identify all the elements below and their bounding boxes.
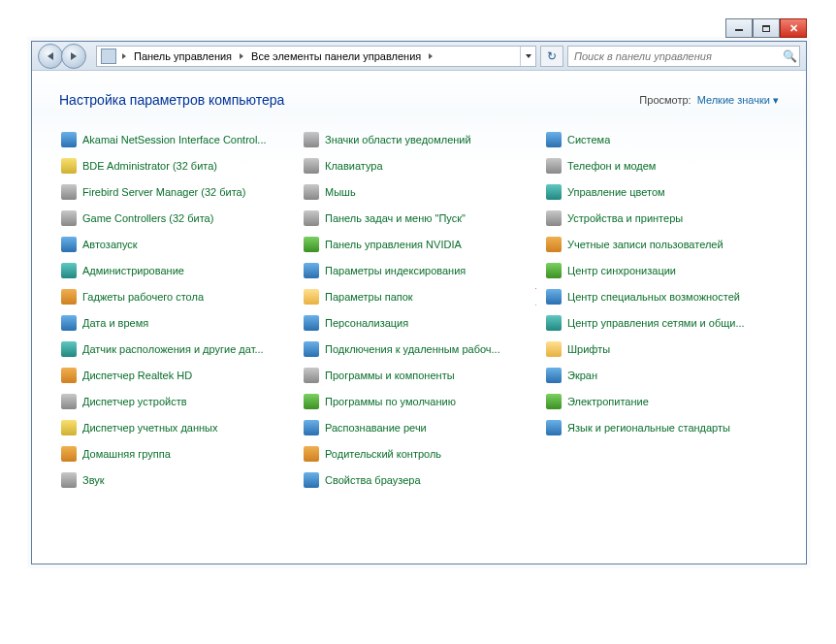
- control-panel-item[interactable]: Диспетчер учетных данных: [59, 419, 294, 436]
- item-icon: [304, 315, 319, 331]
- control-panel-item[interactable]: Game Controllers (32 бита): [59, 209, 294, 227]
- control-panel-item[interactable]: Администрирование: [59, 262, 294, 279]
- control-panel-item[interactable]: Система: [544, 131, 779, 148]
- item-label: Родительский контроль: [325, 448, 441, 460]
- item-label: Клавиатура: [325, 160, 383, 172]
- item-icon: [546, 132, 562, 147]
- maximize-button[interactable]: [753, 18, 780, 38]
- control-panel-item[interactable]: Свойства браузера: [302, 471, 536, 489]
- control-panel-item[interactable]: Гаджеты рабочего стола: [59, 288, 294, 306]
- control-panel-item[interactable]: Программы по умолчанию: [302, 393, 536, 410]
- control-panel-item[interactable]: Распознавание речи: [302, 419, 536, 436]
- item-icon: [546, 158, 562, 174]
- control-panel-item[interactable]: Панель управления NVIDIA: [302, 236, 536, 253]
- item-icon: [304, 158, 319, 174]
- item-label: Центр управления сетями и общи...: [567, 317, 745, 329]
- search-icon[interactable]: 🔍: [780, 47, 799, 66]
- item-icon: [304, 420, 319, 435]
- search-input[interactable]: [568, 47, 780, 66]
- item-label: Автозапуск: [82, 239, 138, 250]
- control-panel-item[interactable]: Шрифты: [544, 340, 779, 358]
- control-panel-item[interactable]: Звук: [59, 471, 294, 489]
- item-label: Панель задач и меню "Пуск": [325, 212, 466, 224]
- control-panel-window: ✕ Панель управления Все элементы панели …: [31, 41, 807, 564]
- control-panel-item[interactable]: Дата и время: [59, 314, 294, 332]
- control-panel-item[interactable]: Firebird Server Manager (32 бита): [59, 183, 294, 201]
- item-label: Диспетчер устройств: [82, 396, 187, 407]
- control-panel-item[interactable]: Клавиатура: [302, 157, 536, 175]
- control-panel-item[interactable]: Автозапуск: [59, 236, 294, 253]
- refresh-button[interactable]: ↻: [540, 46, 563, 67]
- item-icon: [304, 132, 319, 147]
- control-panel-item[interactable]: BDE Administrator (32 бита): [59, 157, 294, 175]
- control-panel-item[interactable]: Значки области уведомлений: [302, 131, 536, 148]
- item-icon: [61, 263, 77, 278]
- caret-down-icon: ▾: [773, 94, 779, 106]
- view-label: Просмотр:: [639, 94, 691, 106]
- control-panel-item[interactable]: Центр специальных возможностей: [544, 288, 779, 306]
- control-panel-item[interactable]: Подключения к удаленным рабоч...: [302, 340, 536, 358]
- control-panel-item[interactable]: Центр управления сетями и общи...: [544, 314, 779, 332]
- control-panel-item[interactable]: Программы и компоненты: [302, 367, 536, 384]
- item-label: BDE Administrator (32 бита): [82, 160, 217, 172]
- item-label: Распознавание речи: [325, 422, 427, 434]
- item-icon: [304, 341, 319, 357]
- nav-buttons: [32, 44, 92, 69]
- breadcrumb-level-1[interactable]: Панель управления: [128, 47, 238, 66]
- item-label: Шрифты: [567, 343, 610, 355]
- item-icon: [61, 315, 77, 331]
- item-label: Центр синхронизации: [567, 265, 676, 276]
- item-icon: [61, 420, 77, 435]
- item-icon: [61, 184, 77, 200]
- control-panel-item[interactable]: Персонализация: [302, 314, 536, 332]
- forward-button[interactable]: [61, 44, 86, 69]
- control-panel-item[interactable]: Язык и региональные стандарты: [544, 419, 779, 436]
- item-icon: [546, 315, 562, 331]
- back-button[interactable]: [38, 44, 63, 69]
- control-panel-item[interactable]: Родительский контроль: [302, 445, 536, 463]
- item-icon: [304, 263, 319, 278]
- control-panel-item[interactable]: Датчик расположения и другие дат...: [59, 340, 294, 358]
- item-icon: [304, 184, 319, 200]
- control-panel-item[interactable]: Электропитание: [544, 393, 779, 410]
- address-dropdown[interactable]: [520, 47, 535, 66]
- control-panel-item[interactable]: Панель задач и меню "Пуск": [302, 209, 536, 227]
- control-panel-item[interactable]: Akamai NetSession Interface Control...: [59, 131, 294, 148]
- item-icon: [304, 472, 319, 488]
- item-icon: [61, 132, 77, 147]
- control-panel-item[interactable]: Диспетчер Realtek HD: [59, 367, 294, 384]
- control-panel-item[interactable]: Центр синхронизации: [544, 262, 779, 279]
- control-panel-item[interactable]: Телефон и модем: [544, 157, 779, 175]
- item-label: Диспетчер Realtek HD: [82, 370, 192, 381]
- chevron-right-icon: [240, 53, 243, 59]
- search-box[interactable]: 🔍: [567, 46, 800, 67]
- item-label: Датчик расположения и другие дат...: [82, 343, 264, 355]
- arrow-right-icon: [71, 52, 77, 60]
- view-mode-link[interactable]: Мелкие значки ▾: [697, 94, 779, 107]
- item-label: Дата и время: [82, 317, 148, 329]
- address-bar[interactable]: Панель управления Все элементы панели уп…: [96, 46, 536, 67]
- item-label: Свойства браузера: [325, 474, 421, 486]
- control-panel-item[interactable]: Устройства и принтеры: [544, 209, 779, 227]
- control-panel-item[interactable]: Учетные записи пользователей: [544, 236, 779, 253]
- item-icon: [546, 263, 562, 278]
- control-panel-item[interactable]: Диспетчер устройств: [59, 393, 294, 410]
- item-label: Язык и региональные стандарты: [567, 422, 730, 434]
- control-panel-item[interactable]: Мышь: [302, 183, 536, 201]
- close-button[interactable]: ✕: [780, 18, 807, 38]
- item-icon: [304, 368, 319, 383]
- content-area: Настройка параметров компьютера Просмотр…: [32, 71, 806, 564]
- item-icon: [304, 394, 319, 409]
- breadcrumb-level-2[interactable]: Все элементы панели управления: [245, 47, 427, 66]
- control-panel-item[interactable]: Параметры индексирования: [302, 262, 536, 279]
- control-panel-item[interactable]: Управление цветом: [544, 183, 779, 201]
- minimize-button[interactable]: [725, 18, 753, 38]
- control-panel-item[interactable]: Экран: [544, 367, 779, 384]
- control-panel-item[interactable]: Параметры папок: [302, 288, 536, 306]
- item-label: Устройства и принтеры: [567, 212, 683, 224]
- item-label: Параметры папок: [325, 291, 413, 303]
- item-label: Гаджеты рабочего стола: [82, 291, 204, 303]
- item-label: Администрирование: [82, 265, 184, 276]
- control-panel-item[interactable]: Домашняя группа: [59, 445, 294, 463]
- item-icon: [61, 446, 77, 462]
